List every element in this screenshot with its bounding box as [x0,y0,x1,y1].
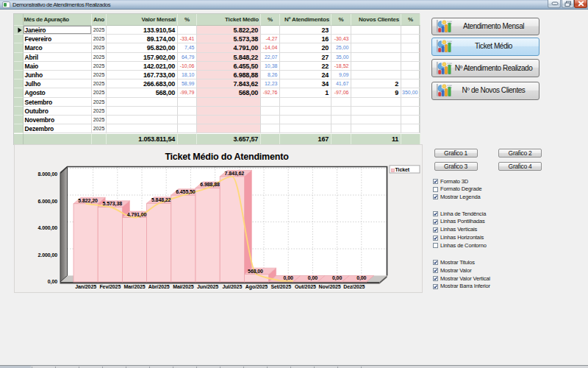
svg-text:7.843,62: 7.843,62 [225,171,245,177]
svg-text:5.848,22: 5.848,22 [151,197,171,203]
svg-text:Mar/2025: Mar/2025 [123,284,145,289]
svg-text:Fev/2025: Fev/2025 [99,284,121,289]
svg-text:2.000,00: 2.000,00 [38,252,58,258]
svg-text:Out/2025: Out/2025 [295,284,316,289]
svg-text:8.000,00: 8.000,00 [38,171,58,177]
svg-text:Mai/2025: Mai/2025 [173,284,194,289]
svg-text:Nov/2025: Nov/2025 [319,284,341,289]
svg-text:4.000,00: 4.000,00 [38,225,58,231]
svg-text:Jun/2025: Jun/2025 [197,284,218,289]
svg-text:5.573,38: 5.573,38 [103,201,123,207]
svg-text:Ago/2025: Ago/2025 [245,284,268,290]
svg-text:Jul/2025: Jul/2025 [222,284,242,289]
svg-text:Ticket: Ticket [395,167,410,172]
svg-text:Abr/2025: Abr/2025 [148,284,170,289]
svg-text:Ticket Médio do Atendimento: Ticket Médio do Atendimento [165,152,289,162]
svg-text:Jan/2025: Jan/2025 [75,284,96,289]
svg-text:6.455,50: 6.455,50 [176,189,196,195]
svg-text:5.822,20: 5.822,20 [78,198,98,204]
svg-text:6.000,00: 6.000,00 [38,199,58,205]
svg-text:568,00: 568,00 [248,269,263,275]
svg-text:4.791,00: 4.791,00 [127,212,147,218]
svg-text:0,00: 0,00 [284,275,293,281]
svg-text:0,00: 0,00 [356,275,366,281]
svg-text:6.988,88: 6.988,88 [200,182,220,188]
svg-text:Set/2025: Set/2025 [270,284,291,289]
svg-text:0,00: 0,00 [48,279,57,285]
svg-text:Dez/2025: Dez/2025 [343,284,365,289]
svg-text:0,00: 0,00 [308,275,318,281]
svg-text:0,00: 0,00 [332,275,342,281]
